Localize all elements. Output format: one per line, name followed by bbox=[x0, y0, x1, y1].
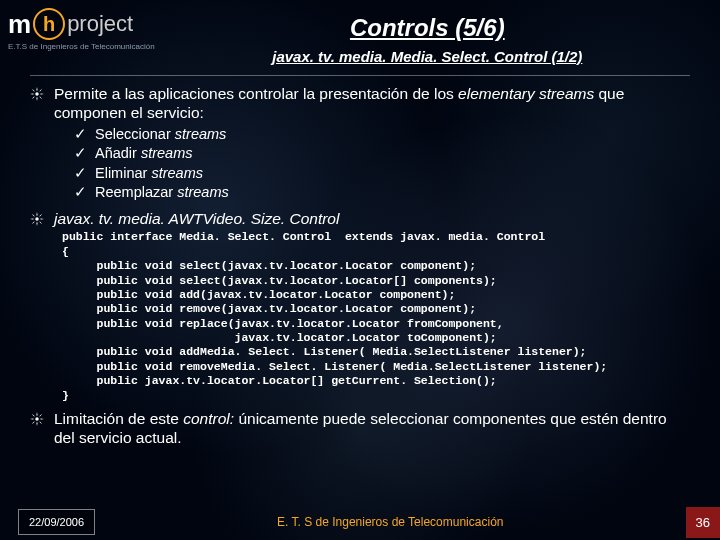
slide-subtitle: javax. tv. media. Media. Select. Control… bbox=[155, 48, 700, 65]
logo-word-project: project bbox=[67, 11, 133, 37]
svg-point-1 bbox=[35, 217, 39, 221]
sub3-b: streams bbox=[151, 165, 203, 181]
bullet-3-text-b: control: bbox=[183, 410, 234, 427]
bullet-1-text-b: elementary streams bbox=[458, 85, 594, 102]
logo-letter-m: m bbox=[8, 9, 31, 40]
check-icon: ✓ bbox=[74, 125, 87, 145]
bullet-2: javax. tv. media. AWTVideo. Size. Contro… bbox=[30, 209, 690, 228]
bullet-1: Permite a las aplicaciones controlar la … bbox=[30, 84, 690, 123]
sub-list: ✓Seleccionar streams ✓Añadir streams ✓El… bbox=[74, 125, 690, 203]
bullet-3: Limitación de este control: únicamente p… bbox=[30, 409, 690, 448]
slide-title: Controls (5/6) bbox=[155, 14, 700, 42]
burst-icon bbox=[30, 412, 44, 426]
bullet-2-text: javax. tv. media. AWTVideo. Size. Contro… bbox=[54, 209, 339, 228]
sub-item-4: ✓Reemplazar streams bbox=[74, 183, 690, 203]
footer-date: 22/09/2006 bbox=[18, 509, 95, 535]
sub-item-1: ✓Seleccionar streams bbox=[74, 125, 690, 145]
sub1-b: streams bbox=[175, 126, 227, 142]
check-icon: ✓ bbox=[74, 144, 87, 164]
burst-icon bbox=[30, 212, 44, 226]
slide-header: m h project E.T.S de Ingenieros de Telec… bbox=[0, 0, 720, 69]
burst-icon bbox=[30, 87, 44, 101]
sub2-b: streams bbox=[141, 145, 193, 161]
logo: m h project E.T.S de Ingenieros de Telec… bbox=[8, 8, 155, 51]
slide-footer: 22/09/2006 E. T. S de Ingenieros de Tele… bbox=[0, 504, 720, 540]
code-block: public interface Media. Select. Control … bbox=[62, 230, 690, 403]
logo-letter-h: h bbox=[33, 8, 65, 40]
sub-item-3: ✓Eliminar streams bbox=[74, 164, 690, 184]
sub1-a: Seleccionar bbox=[95, 126, 175, 142]
sub4-a: Reemplazar bbox=[95, 184, 177, 200]
divider bbox=[30, 75, 690, 76]
bullet-3-text-a: Limitación de este bbox=[54, 410, 183, 427]
footer-page-number: 36 bbox=[686, 507, 720, 538]
check-icon: ✓ bbox=[74, 164, 87, 184]
sub4-b: streams bbox=[177, 184, 229, 200]
svg-point-0 bbox=[35, 92, 39, 96]
slide-content: Permite a las aplicaciones controlar la … bbox=[0, 84, 720, 448]
logo-subtitle: E.T.S de Ingenieros de Telecomunicación bbox=[8, 42, 155, 51]
bullet-1-text-a: Permite a las aplicaciones controlar la … bbox=[54, 85, 458, 102]
sub-item-2: ✓Añadir streams bbox=[74, 144, 690, 164]
check-icon: ✓ bbox=[74, 183, 87, 203]
sub3-a: Eliminar bbox=[95, 165, 151, 181]
footer-center: E. T. S de Ingenieros de Telecomunicació… bbox=[95, 515, 685, 529]
sub2-a: Añadir bbox=[95, 145, 141, 161]
svg-point-2 bbox=[35, 417, 39, 421]
